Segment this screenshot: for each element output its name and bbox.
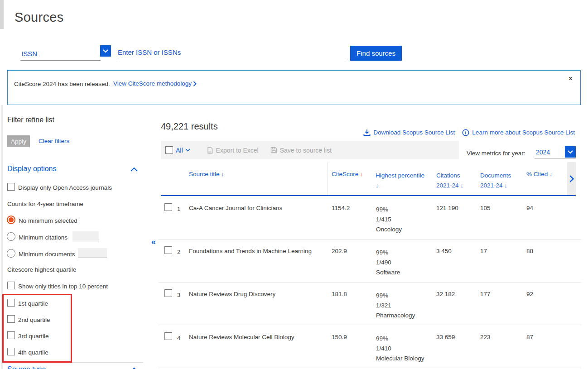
dropdown-underline: [20, 60, 101, 61]
percentile-cell: 99%1/490Software: [376, 248, 400, 278]
svg-text:xls: xls: [208, 150, 212, 153]
apply-button[interactable]: Apply: [7, 135, 30, 147]
min-documents-radio[interactable]: [7, 249, 15, 258]
row-number: 4: [177, 335, 180, 341]
row-number: 3: [177, 292, 180, 298]
row-number: 1: [177, 206, 180, 212]
open-access-checkbox[interactable]: [7, 183, 15, 191]
min-citations-radio[interactable]: [7, 232, 15, 241]
download-source-list-link[interactable]: Download Scopus Source List: [363, 129, 455, 136]
save-to-source-list-button[interactable]: Save to source list: [270, 147, 332, 154]
citescore-methodology-link[interactable]: View CiteScore methodology: [113, 80, 197, 87]
row-checkbox[interactable]: [164, 246, 172, 254]
filter-panel-title: Filter refine list: [7, 116, 54, 124]
pct-cited-value: 92: [526, 291, 533, 297]
left-edge-strip: [0, 0, 4, 29]
citescore-value: 181.8: [332, 291, 347, 297]
sort-desc-icon-active: ↓: [360, 171, 363, 177]
top10-checkbox[interactable]: [7, 282, 15, 289]
chevron-right-icon: [193, 81, 197, 86]
sort-highest-percentile[interactable]: Highest percentile ↓: [376, 171, 425, 191]
annotation-rectangle: [2, 294, 72, 363]
citescore-value: 150.9: [332, 334, 347, 340]
row-divider: [159, 282, 581, 283]
source-type-heading[interactable]: Source type: [7, 365, 46, 369]
sort-documents[interactable]: Documents 2021-24 ↓: [480, 171, 511, 191]
bulk-actions-toolbar: All xls Export to Excel Save to source l…: [161, 141, 459, 159]
sort-desc-icon: ↓: [221, 171, 224, 177]
chevron-right-icon: [569, 175, 574, 182]
sort-desc-icon: ↓: [376, 182, 379, 189]
banner-message: CiteScore 2024 has been released.: [14, 81, 110, 87]
scopus-sources-page: Sources ISSN Enter ISSN or ISSNs Find so…: [0, 0, 588, 369]
input-underline: [117, 60, 345, 60]
citations-value: 121 190: [436, 205, 458, 211]
pct-cited-value: 94: [526, 205, 533, 211]
export-to-excel-button[interactable]: xls Export to Excel: [207, 147, 259, 154]
select-all-dropdown[interactable]: All: [176, 147, 190, 154]
sort-citations[interactable]: Citations 2021-24 ↓: [436, 171, 463, 191]
sort-citescore[interactable]: CiteScore ↓: [332, 171, 363, 177]
documents-value: 105: [480, 205, 491, 211]
results-links: Download Scopus Source List Learn more a…: [363, 129, 575, 136]
radio-dot: [9, 217, 14, 222]
chevron-down-icon[interactable]: [565, 146, 576, 158]
top10-label: Show only titles in top 10 percent: [18, 283, 108, 290]
issn-search-input[interactable]: Enter ISSN or ISSNs: [117, 45, 345, 60]
year-dropdown[interactable]: 2024: [535, 146, 576, 158]
citescore-value: 1154.2: [332, 205, 350, 211]
sort-desc-icon: ↓: [460, 182, 463, 189]
download-icon: [363, 129, 371, 136]
close-icon[interactable]: x: [569, 75, 572, 81]
citations-value: 3 450: [436, 248, 452, 254]
min-documents-input[interactable]: [78, 248, 107, 258]
source-title-link[interactable]: Nature Reviews Drug Discovery: [189, 291, 275, 297]
chevron-up-icon[interactable]: [130, 167, 138, 172]
row-divider: [159, 325, 581, 325]
quartile-section-label: Citescore highest quartile: [7, 266, 76, 273]
find-sources-button[interactable]: Find sources: [350, 46, 402, 61]
source-title-link[interactable]: Foundations and Trends in Machine Learni…: [189, 248, 312, 254]
clear-filters-link[interactable]: Clear filters: [39, 138, 69, 145]
no-minimum-radio[interactable]: [7, 216, 15, 224]
row-checkbox[interactable]: [164, 289, 172, 297]
percentile-cell: 99%1/410Molecular Biology: [376, 334, 424, 364]
pct-cited-value: 87: [526, 334, 533, 340]
row-checkbox[interactable]: [164, 203, 172, 211]
documents-value: 177: [480, 291, 491, 297]
header-column-divider: [328, 162, 328, 195]
min-citations-label: Minimum citations: [19, 234, 67, 241]
chevron-down-icon[interactable]: [100, 45, 111, 57]
percentile-cell: 99%1/321Pharmacology: [376, 291, 415, 321]
display-options-heading[interactable]: Display options: [7, 165, 57, 173]
info-icon: [462, 129, 469, 136]
collapse-filters-icon[interactable]: «: [151, 237, 156, 247]
row-divider: [159, 239, 581, 240]
no-minimum-label: No minimum selected: [19, 217, 77, 225]
page-title: Sources: [14, 10, 64, 25]
scroll-columns-right-button[interactable]: [567, 162, 576, 195]
sort-source-title[interactable]: Source title ↓: [189, 171, 224, 177]
search-type-dropdown[interactable]: ISSN: [20, 47, 111, 61]
documents-value: 223: [480, 334, 491, 340]
citations-value: 33 659: [436, 334, 455, 340]
min-citations-input[interactable]: [72, 231, 99, 241]
results-count: 49,221 results: [161, 121, 218, 132]
documents-value: 17: [480, 248, 487, 254]
learn-more-link[interactable]: Learn more about Scopus Source List: [462, 129, 575, 136]
select-all-checkbox[interactable]: [165, 146, 173, 154]
min-documents-label: Minimum documents: [19, 251, 75, 258]
year-underline: [535, 158, 576, 158]
source-title-link[interactable]: Ca-A Cancer Journal for Clinicians: [189, 205, 282, 211]
excel-file-icon: xls: [207, 147, 213, 154]
header-bottom-border: [161, 195, 576, 196]
percentile-cell: 99%1/415Oncology: [376, 205, 402, 235]
search-placeholder: Enter ISSN or ISSNs: [118, 48, 181, 56]
search-type-value: ISSN: [21, 50, 37, 58]
chevron-up-icon[interactable]: [130, 367, 138, 369]
sort-pct-cited[interactable]: % Cited ↓: [526, 171, 553, 177]
row-checkbox[interactable]: [164, 332, 172, 340]
source-title-link[interactable]: Nature Reviews Molecular Cell Biology: [189, 334, 294, 340]
open-access-label: Display only Open Access journals: [18, 184, 112, 192]
row-divider: [159, 368, 581, 368]
